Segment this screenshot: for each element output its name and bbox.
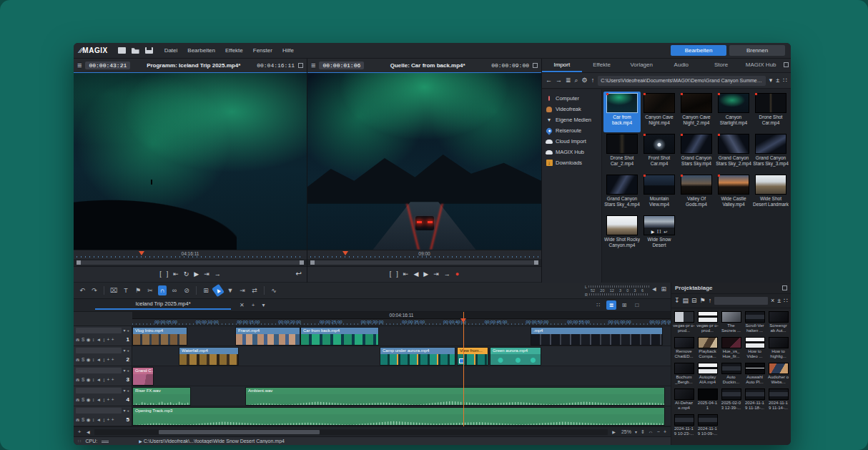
bin-search-input[interactable] xyxy=(714,297,768,305)
track-name-field[interactable] xyxy=(76,328,122,333)
media-file[interactable]: ▶[ ]↩Wide Snow Desert Canyon.mp4 xyxy=(641,214,678,255)
tab-effekte[interactable]: Effekte xyxy=(582,59,622,72)
media-file[interactable]: Wide Shot Desert Landmark .mp4 xyxy=(752,173,789,214)
solo-icon[interactable]: S xyxy=(82,337,84,342)
visibility-icon[interactable]: ◉ xyxy=(87,417,91,423)
media-file[interactable]: Front Shot Car.mp4 xyxy=(641,132,678,173)
bin-item[interactable]: 2024-11-1 9 11-18-... xyxy=(743,387,766,413)
menu-datei[interactable]: Datei xyxy=(164,47,178,54)
track-content[interactable]: Waterfall.mp4Camp under aurora.mp4View f… xyxy=(132,346,671,366)
height-icon[interactable]: ↨ xyxy=(103,417,105,422)
program-ruler[interactable]: 04:16:11 xyxy=(74,250,307,259)
mode-button-bearbeiten[interactable]: Bearbeiten xyxy=(671,45,726,56)
open-folder-icon[interactable]: ▤ xyxy=(683,298,689,304)
source-menu-icon[interactable]: ≡ xyxy=(311,62,315,69)
display-options-icon[interactable]: ∷ xyxy=(783,77,787,84)
solo-icon[interactable]: S xyxy=(82,397,84,402)
bin-item[interactable]: The Secrets ... xyxy=(719,310,743,336)
program-menu-icon[interactable]: ≡ xyxy=(77,62,82,69)
range-in-icon[interactable]: [ xyxy=(390,271,392,278)
height-icon[interactable]: ↨ xyxy=(103,357,105,362)
bin-item[interactable]: vegas-pr o-prod... xyxy=(696,310,719,336)
media-file[interactable]: Drone Shot Car.mp4 xyxy=(752,92,789,132)
source-ruler[interactable]: 09:00 xyxy=(307,250,541,259)
bin-item[interactable]: 2024-11-1 9 11-14-... xyxy=(766,387,790,413)
record-icon[interactable]: ● xyxy=(455,271,459,278)
track-name-field[interactable] xyxy=(76,388,122,393)
program-scrub-tool-icon[interactable]: ↩ xyxy=(296,270,302,278)
height-icon[interactable]: ↨ xyxy=(103,397,105,402)
save-project-icon[interactable] xyxy=(145,47,153,54)
preview-control-icon[interactable]: ↩ xyxy=(664,229,667,234)
visibility-icon[interactable]: ◉ xyxy=(87,397,91,403)
track-header[interactable]: ▾+⋒S◉↕◄↨++5 xyxy=(74,406,132,426)
media-file[interactable]: Canyon Starlight.mp4 xyxy=(715,92,752,132)
project-bin-detach-icon[interactable] xyxy=(782,285,787,290)
timeline-clip[interactable]: Ambient.wav xyxy=(245,387,665,406)
fx-icon[interactable]: + xyxy=(112,397,114,402)
tab-magix-hub[interactable]: MAGIX Hub xyxy=(741,59,781,72)
source-playhead[interactable] xyxy=(342,251,348,255)
bin-item[interactable]: vegas-pr o-prod... xyxy=(672,310,696,336)
timeline-clip[interactable]: Vlog Intro.mp4 xyxy=(132,327,187,346)
media-file[interactable]: Grand Canyon Stars Sky_2.mp4 xyxy=(715,132,752,173)
bin-item[interactable]: How to Video ... xyxy=(743,336,766,361)
track-add-icon[interactable]: + xyxy=(127,348,129,353)
track-header[interactable]: ▾+⋒S◉↕◄↨++2 xyxy=(74,346,132,366)
timeline-clip[interactable]: .mp4 xyxy=(531,327,663,346)
zoom-out-icon[interactable]: − xyxy=(657,429,660,435)
track-add-icon[interactable]: + xyxy=(127,328,129,333)
bin-item[interactable]: Audioher o Webs... xyxy=(766,361,790,387)
media-file[interactable]: Car from back.mp4 xyxy=(603,92,641,132)
tab-audio[interactable]: Audio xyxy=(661,59,701,72)
transition-icon[interactable]: ↕ xyxy=(92,417,94,422)
bin-item[interactable]: Autoplay AIA.mp4 xyxy=(696,361,719,387)
timeline-clip[interactable]: Opening Track.mp3 xyxy=(132,407,665,426)
import-media-icon[interactable]: ± xyxy=(776,77,779,84)
lock-icon[interactable]: ⋒ xyxy=(76,397,79,403)
track-header[interactable]: ▾+⋒S◉↕◄↨++4 xyxy=(74,386,132,406)
keyframe-icon[interactable]: + xyxy=(107,417,109,422)
sort-up-icon[interactable]: ↑ xyxy=(709,298,712,304)
program-playhead[interactable] xyxy=(139,251,144,255)
program-scrollbar[interactable] xyxy=(74,259,307,266)
preview-control-icon[interactable]: ▶ xyxy=(651,229,655,234)
track-header[interactable]: ▾+⋒S◉↕◄↨++1 xyxy=(74,326,132,346)
bin-item[interactable]: Hue_vs_ Hue_fir... xyxy=(719,336,743,361)
bin-item[interactable]: Screengr ab Aut... xyxy=(766,310,790,336)
track-name-field[interactable] xyxy=(76,408,122,414)
track-add-icon[interactable]: + xyxy=(127,409,129,413)
media-file[interactable]: Valley Of Gods.mp4 xyxy=(678,173,715,214)
timeline-clip[interactable]: Green aurora.mp4 xyxy=(490,347,541,366)
bin-item[interactable]: How to highlig... xyxy=(766,336,790,361)
keyframe-icon[interactable]: + xyxy=(107,377,109,382)
tree-view-icon[interactable]: ≣ xyxy=(566,77,571,84)
import-icon[interactable]: ± xyxy=(777,298,781,304)
height-icon[interactable]: ↨ xyxy=(103,337,105,342)
transition-icon[interactable]: ↕ xyxy=(92,397,94,402)
set-marker-icon[interactable]: ⚑ xyxy=(134,285,142,295)
program-fullscreen-icon[interactable] xyxy=(298,63,303,68)
bin-item[interactable]: 2024-11-1 9 10-09-... xyxy=(696,413,719,439)
timeline-clip[interactable]: Waterfall.mp4 xyxy=(179,347,239,366)
keyframe-icon[interactable]: + xyxy=(107,397,109,402)
new-project-icon[interactable] xyxy=(118,47,126,54)
add-track-button[interactable]: + xyxy=(74,429,85,435)
mute-icon[interactable]: ◄ xyxy=(97,357,101,362)
bin-item[interactable]: Auswahl Auto Pl... xyxy=(743,361,766,387)
sidebar-item-eigene-medien[interactable]: ▾Eigene Medien xyxy=(542,114,601,125)
timeline-playhead[interactable] xyxy=(463,312,464,426)
lock-icon[interactable]: ⋒ xyxy=(76,417,79,423)
media-file[interactable]: Canyon Cave Night_2.mp4 xyxy=(678,92,715,132)
range-mode-icon[interactable]: ⇥ xyxy=(238,285,247,295)
sidebar-item-cloud-import[interactable]: Cloud Import xyxy=(542,136,601,147)
fx-icon[interactable]: + xyxy=(112,417,114,422)
jump-end-icon[interactable]: → xyxy=(444,271,450,278)
keyframe-icon[interactable]: + xyxy=(107,337,109,342)
timeline-clip[interactable]: Car from back.mp4 xyxy=(300,327,379,346)
sidebar-item-downloads[interactable]: ↓Downloads xyxy=(542,157,601,168)
media-file[interactable]: Grand Canyon Stars Sky.mp4 xyxy=(678,132,715,173)
jump-end-icon[interactable]: → xyxy=(214,271,221,278)
solo-icon[interactable]: S xyxy=(82,417,84,422)
title-editor-icon[interactable]: T xyxy=(122,285,130,295)
